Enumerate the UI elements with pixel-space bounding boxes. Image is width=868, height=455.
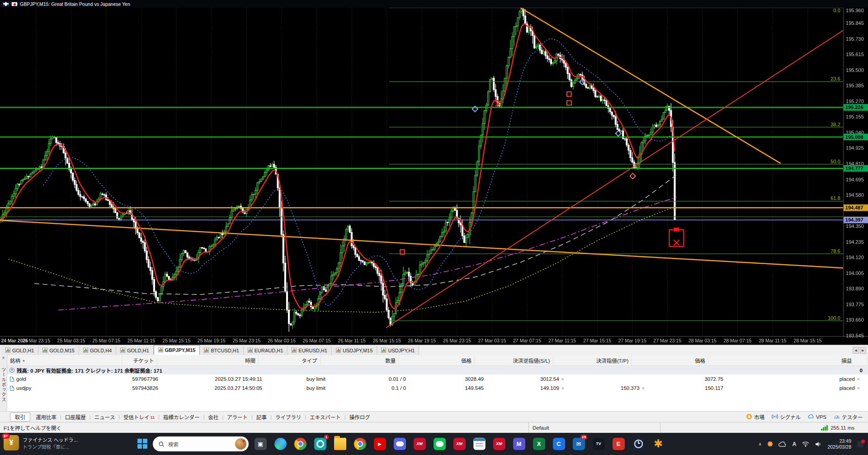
toolbox-tab-3[interactable]: ニュース bbox=[91, 413, 118, 421]
taskbar-clock[interactable]: 23:49 2025/03/28 bbox=[827, 438, 851, 450]
market-button[interactable]: 市場 bbox=[746, 413, 764, 421]
remove-sl-button[interactable]: × bbox=[561, 385, 564, 391]
chart-tab-btcusd-h1[interactable]: BTCUSD,H1 bbox=[200, 346, 243, 355]
taskbar-icon-settings-sun-app[interactable]: ✱ bbox=[649, 435, 667, 453]
chart-tab-gold-h1[interactable]: GOLD,H1 bbox=[1, 346, 38, 355]
order-current-price: 3072.75 bbox=[647, 376, 726, 382]
taskbar-icon-mt5-app[interactable]: M bbox=[510, 435, 528, 453]
toolbox-tab-5[interactable]: 指標カレンダー bbox=[160, 413, 203, 421]
chart-tab-gold-m15[interactable]: GOLD,M15 bbox=[38, 346, 79, 355]
close-toolbox-button[interactable]: × bbox=[2, 355, 5, 361]
status-bar: F1を押してヘルプを開く Default 255.11 ms bbox=[0, 422, 868, 433]
toolbox-tab-10[interactable]: エキスパート bbox=[306, 413, 344, 421]
taskbar-icon-line-app[interactable] bbox=[430, 435, 448, 453]
column-header-2[interactable]: 時間 bbox=[157, 355, 259, 365]
column-header-1[interactable]: チケット bbox=[122, 355, 157, 365]
vps-label: VPS bbox=[816, 414, 826, 420]
taskbar-icon-xm-app-3[interactable]: XM bbox=[490, 435, 508, 453]
column-header-10[interactable]: 損益 bbox=[841, 355, 868, 365]
cancel-order-button[interactable]: × bbox=[857, 376, 860, 382]
tray-app-dot-icon[interactable] bbox=[768, 441, 773, 446]
taskbar-icon-xm-app-1[interactable]: XM bbox=[410, 435, 429, 453]
cancel-order-button[interactable]: × bbox=[857, 385, 860, 391]
chart-tab-gold-h4[interactable]: GOLD,H4 bbox=[79, 346, 116, 355]
connection-bars-icon bbox=[821, 425, 828, 431]
chart-tab-eurusd-h1[interactable]: EURUSD,H1 bbox=[288, 346, 332, 355]
wifi-icon[interactable] bbox=[802, 441, 809, 447]
notification-badge[interactable] bbox=[857, 441, 863, 447]
taskbar-icon-xm-app-2[interactable]: XM bbox=[450, 435, 468, 453]
toolbox-tab-7[interactable]: アラート bbox=[223, 413, 251, 421]
tester-button[interactable]: テスター bbox=[834, 413, 863, 421]
taskbar-icon-excel-app[interactable]: X bbox=[530, 435, 548, 453]
expand-balance-icon[interactable]: + bbox=[9, 368, 14, 373]
taskbar-icon-youtube-app[interactable]: ▶ bbox=[371, 435, 389, 453]
toolbox-tab-0[interactable]: 取引 bbox=[10, 412, 30, 422]
order-price: 149.545 bbox=[409, 385, 486, 391]
order-sl: 149.109× bbox=[486, 385, 567, 391]
taskbar-icon-copilot-app[interactable]: C bbox=[550, 435, 568, 453]
status-profile[interactable]: Default bbox=[528, 422, 660, 433]
chart-tab-gold-h1[interactable]: GOLD,H1 bbox=[116, 346, 153, 355]
toolbox-tab-1[interactable]: 運用比率 bbox=[32, 413, 60, 421]
chart-window-titlebar: GBPJPY,M15: Great Britain Pound vs Japan… bbox=[0, 0, 868, 8]
order-row-usdjpy[interactable]: usdjpy5979438262025.03.27 14:50:05buy li… bbox=[7, 384, 868, 393]
taskbar-icon-edge-browser[interactable] bbox=[271, 435, 289, 453]
xm-app-3-icon: XM bbox=[493, 438, 505, 450]
toolbox-tab-6[interactable]: 会社 bbox=[204, 413, 222, 421]
taskbar-icon-red-app[interactable]: E bbox=[609, 435, 627, 453]
column-header-0[interactable]: 銘柄▲ bbox=[7, 355, 122, 365]
windows-taskbar: ¥9+ ファイナンス ヘッドラ... トランプ関税「車に... 検索 ▣1▶XM… bbox=[0, 433, 868, 455]
toolbox-tab-8[interactable]: 記事 bbox=[253, 413, 270, 421]
price-chart-canvas[interactable] bbox=[0, 8, 868, 345]
vps-button[interactable]: VPS bbox=[808, 413, 826, 421]
taskbar-icon-chrome-browser-2[interactable] bbox=[351, 435, 369, 453]
toolbox-tab-2[interactable]: 口座履歴 bbox=[61, 413, 90, 421]
chart-icon bbox=[292, 348, 297, 354]
toolbox-tab-label: 指標カレンダー bbox=[163, 413, 200, 421]
taskbar-icon-notes-app[interactable] bbox=[470, 435, 488, 453]
news-weather-widget[interactable]: ¥9+ ファイナンス ヘッドラ... トランプ関税「車に... bbox=[4, 435, 78, 450]
chart-tab-euraud-h1[interactable]: EURAUD,H1 bbox=[244, 346, 288, 355]
widget-headline-1: ファイナンス ヘッドラ... bbox=[23, 436, 78, 443]
start-button[interactable] bbox=[133, 435, 151, 453]
volume-icon[interactable] bbox=[815, 441, 821, 447]
taskbar-icon-file-explorer[interactable] bbox=[331, 435, 349, 453]
column-header-8[interactable]: 価格 bbox=[632, 355, 708, 365]
remove-tp-button[interactable]: × bbox=[642, 385, 645, 391]
chart-tab-gbpjpy-m15[interactable]: GBPJPY,M15 bbox=[154, 345, 200, 355]
search-box[interactable]: 検索 bbox=[153, 436, 249, 451]
taskbar-icon-tradingview-app[interactable]: TV bbox=[590, 435, 608, 453]
column-header-4[interactable]: 数量 bbox=[321, 355, 399, 365]
toolbox-tab-4[interactable]: 受信トレイ11 bbox=[120, 413, 158, 421]
column-header-5[interactable]: 価格 bbox=[399, 355, 475, 365]
tabs-scroll-right-button[interactable]: ▶ bbox=[860, 347, 866, 354]
toolbox-tab-9[interactable]: ライブラリ bbox=[272, 413, 305, 421]
status-help-text: F1を押してヘルプを開く bbox=[0, 424, 528, 431]
taskbar-icon-teal-messenger-app[interactable]: 1 bbox=[311, 435, 329, 453]
signal-button[interactable]: シグナル bbox=[772, 413, 801, 421]
chart-tab-usdjpy-h1[interactable]: USDJPY,H1 bbox=[377, 346, 419, 355]
connection-status[interactable]: 255.11 ms bbox=[660, 422, 868, 433]
taskbar-icon-chrome-browser[interactable] bbox=[291, 435, 309, 453]
tray-overflow-chevron[interactable]: ∧ bbox=[758, 441, 761, 446]
taskbar-icon-clock-app[interactable] bbox=[629, 435, 647, 453]
widget-text: ファイナンス ヘッドラ... トランプ関税「車に... bbox=[23, 436, 78, 450]
column-header-6[interactable]: 決済逆指値(S/L) bbox=[475, 355, 553, 365]
column-header-9[interactable] bbox=[708, 355, 841, 365]
taskbar-icon-discord-app[interactable] bbox=[391, 435, 409, 453]
chart-icon bbox=[83, 348, 88, 354]
toolbox-tab-11[interactable]: 操作ログ bbox=[346, 413, 374, 421]
onedrive-cloud-icon[interactable] bbox=[778, 441, 787, 447]
column-header-7[interactable]: 決済指値(T/P) bbox=[553, 355, 632, 365]
ime-indicator[interactable]: A bbox=[793, 441, 797, 447]
order-row-gold[interactable]: gold5979677962025.03.27 15:49:11buy limi… bbox=[7, 374, 868, 384]
chart-icon bbox=[5, 348, 10, 354]
column-header-3[interactable]: タイプ bbox=[259, 355, 321, 365]
taskbar-icon-mail-app[interactable]: ✉25 bbox=[570, 435, 588, 453]
taskbar-icon-snip-tool-app[interactable]: ▣ bbox=[251, 435, 269, 453]
order-type: buy limit bbox=[265, 385, 328, 391]
remove-sl-button[interactable]: × bbox=[561, 376, 564, 382]
chart-tab-usdjpy-m15[interactable]: USDJPY,M15 bbox=[332, 346, 377, 355]
tabs-scroll-left-button[interactable]: ◀ bbox=[853, 347, 859, 354]
